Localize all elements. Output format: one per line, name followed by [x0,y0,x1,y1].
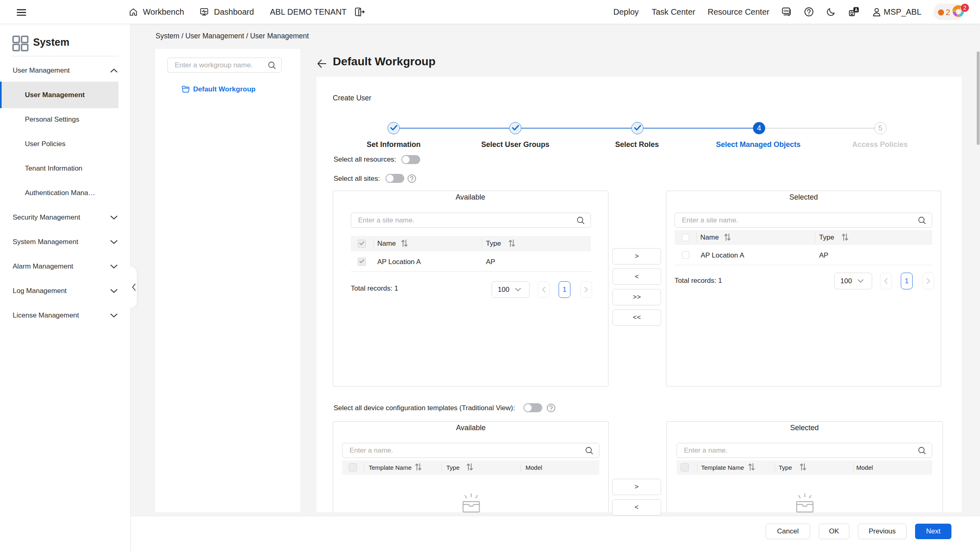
svg-text:A: A [855,8,858,12]
svg-text:Old: Old [784,9,789,13]
